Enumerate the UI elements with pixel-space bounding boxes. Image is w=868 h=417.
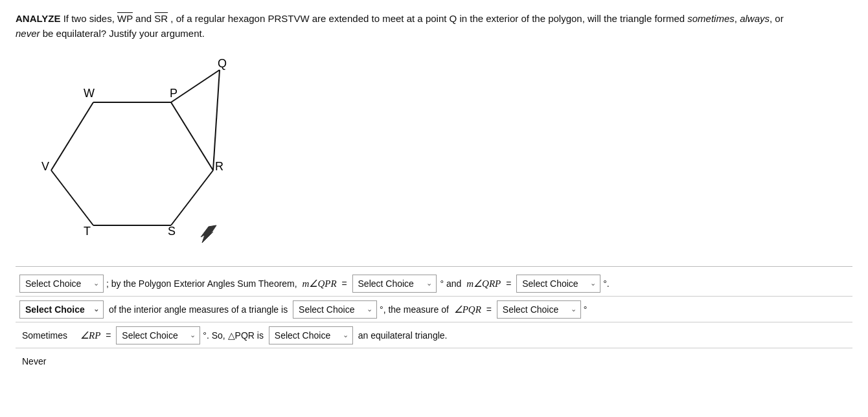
label-r: R	[215, 160, 223, 173]
chevron-6-icon: ⌄	[568, 305, 577, 313]
row1-eq-2: =	[503, 278, 514, 289]
row1-eq-1: =	[339, 278, 350, 289]
svg-line-4	[51, 170, 93, 225]
analyze-label: ANALYZE	[16, 13, 60, 24]
answer-row-3: Sometimes ∠RP = Select Choice ⌄ °. So, △…	[16, 322, 852, 348]
problem-text: ANALYZE If two sides, WP and SR , of a r…	[16, 12, 793, 41]
problem-text-6: be equilateral? Justify your argument.	[40, 28, 205, 39]
select-4-label: Select Choice	[25, 304, 85, 315]
row1-deg-1: ° and	[440, 278, 464, 289]
svg-line-7	[213, 70, 220, 170]
label-p: P	[170, 87, 177, 100]
row1-text-1: ; by the Polygon Exterior Angles Sum The…	[106, 278, 300, 289]
chevron-1-icon: ⌄	[91, 279, 99, 287]
page: ANALYZE If two sides, WP and SR , of a r…	[0, 0, 868, 417]
answer-section: Select Choice ⌄ ; by the Polygon Exterio…	[16, 266, 852, 374]
svg-line-6	[171, 70, 220, 102]
select-2-label: Select Choice	[358, 278, 414, 289]
hexagon-name: PRSTVW	[268, 13, 309, 24]
select-8-label: Select Choice	[275, 330, 330, 341]
problem-text-5: are extended to meet at a point Q in the…	[310, 13, 688, 24]
select-8[interactable]: Select Choice ⌄	[269, 326, 353, 344]
label-w: W	[84, 87, 95, 100]
row3-math-1: ∠RP	[80, 330, 100, 341]
diagram-area: W P Q R S T V	[41, 47, 852, 254]
sometimes-text: sometimes	[687, 13, 735, 24]
label-s: S	[168, 225, 176, 238]
chevron-7-icon: ⌄	[187, 331, 196, 339]
label-t: T	[84, 225, 91, 238]
svg-line-5	[51, 102, 93, 170]
row3-eq-1: =	[103, 330, 113, 341]
select-6-label: Select Choice	[503, 304, 558, 315]
seg-sr: SR	[154, 13, 168, 24]
row2-math-1: ∠PQR	[454, 304, 481, 315]
problem-text-1: If two sides,	[63, 13, 117, 24]
row2-deg-1: °, the measure of	[380, 304, 451, 315]
label-q: Q	[218, 57, 227, 70]
never-option: Never	[19, 355, 78, 368]
svg-line-2	[171, 170, 213, 225]
svg-marker-8	[201, 225, 216, 243]
chevron-8-icon: ⌄	[340, 331, 348, 339]
select-5[interactable]: Select Choice ⌄	[293, 300, 377, 319]
problem-text-3: , of a regular hexagon	[170, 13, 268, 24]
always-text: always	[740, 13, 770, 24]
svg-line-1	[171, 102, 213, 170]
label-v: V	[41, 160, 49, 173]
sometimes-option: Sometimes	[19, 329, 78, 342]
select-1[interactable]: Select Choice ⌄	[19, 275, 104, 293]
answer-row-1: Select Choice ⌄ ; by the Polygon Exterio…	[16, 271, 852, 297]
row1-deg-2: °.	[603, 278, 610, 289]
select-1-label: Select Choice	[25, 278, 81, 289]
select-6[interactable]: Select Choice ⌄	[497, 300, 581, 319]
row2-text-1: of the interior angle measures of a tria…	[106, 304, 290, 315]
answer-row-2: Select Choice ⌄ of the interior angle me…	[16, 297, 852, 322]
select-7-label: Select Choice	[122, 330, 177, 341]
comma1: ,	[735, 13, 740, 24]
chevron-5-icon: ⌄	[364, 305, 372, 313]
chevron-4-icon: ⌄	[91, 305, 99, 313]
select-4[interactable]: Select Choice ⌄	[19, 300, 104, 319]
answer-row-4: Never	[16, 348, 852, 374]
row3-text-end: an equilateral triangle.	[356, 330, 448, 341]
chevron-3-icon: ⌄	[588, 279, 596, 287]
select-7[interactable]: Select Choice ⌄	[116, 326, 200, 344]
row1-math-2: m∠QRP	[466, 278, 501, 289]
row3-deg-1: °. So, △PQR is	[203, 330, 266, 341]
row2-eq-1: =	[484, 304, 494, 315]
select-2[interactable]: Select Choice ⌄	[352, 275, 437, 293]
problem-text-2: and	[135, 13, 154, 24]
never-text: never	[16, 28, 40, 39]
select-5-label: Select Choice	[299, 304, 354, 315]
select-3-label: Select Choice	[522, 278, 578, 289]
hexagon-svg: W P Q R S T V	[41, 47, 249, 254]
row1-math-1: m∠QPR	[303, 278, 337, 289]
seg-wp: WP	[117, 13, 133, 24]
row2-deg-2: °	[584, 304, 588, 315]
select-3[interactable]: Select Choice ⌄	[516, 275, 600, 293]
comma2: , or	[770, 13, 784, 24]
chevron-2-icon: ⌄	[424, 279, 432, 287]
